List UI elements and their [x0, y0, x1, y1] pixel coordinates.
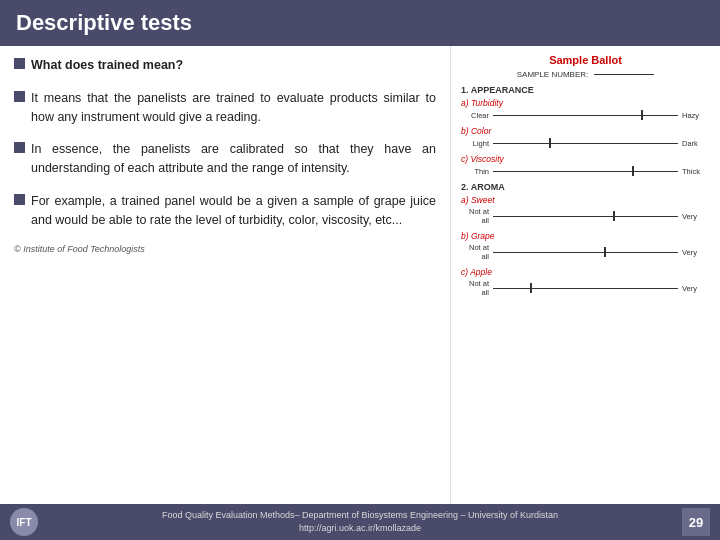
sweet-left: Not at all [461, 207, 489, 225]
color-label: b) Color [461, 126, 710, 136]
bullet-block-1: What does trained mean? [14, 56, 436, 75]
viscosity-row: c) Viscosity Thin Thick [461, 154, 710, 176]
page-wrapper: Descriptive tests What does trained mean… [0, 0, 720, 540]
footer-page: 29 [682, 508, 710, 536]
color-alpha: b) [461, 126, 471, 136]
turbidity-left: Clear [461, 111, 489, 120]
sweet-bar-line [493, 216, 678, 217]
appearance-number: 1. [461, 85, 469, 95]
apple-left: Not at all [461, 279, 489, 297]
page-title: Descriptive tests [16, 10, 192, 35]
turbidity-alpha: a) [461, 98, 471, 108]
viscosity-bar [493, 166, 678, 176]
bullet-icon-1 [14, 58, 25, 69]
footer-line1: Food Quality Evaluation Methods– Departm… [48, 509, 672, 522]
footer-logo: IFT [10, 508, 38, 536]
bullet-text-4: For example, a trained panel would be a … [31, 192, 436, 230]
sweet-label: a) Sweet [461, 195, 710, 205]
aroma-label: AROMA [471, 182, 505, 192]
bullet-icon-3 [14, 142, 25, 153]
viscosity-marker [632, 166, 634, 176]
appearance-label: APPEARANCE [471, 85, 534, 95]
bullet-block-3: In essence, the panelists are calibrated… [14, 140, 436, 178]
bullet-text-2: It means that the panelists are trained … [31, 89, 436, 127]
bullet-icon-2 [14, 91, 25, 102]
ballot-title: Sample Ballot [461, 54, 710, 66]
grape-alpha: b) [461, 231, 471, 241]
viscosity-scale: Thin Thick [461, 166, 710, 176]
bullet-block-2: It means that the panelists are trained … [14, 89, 436, 127]
color-marker [549, 138, 551, 148]
sample-label: SAMPLE NUMBER: [517, 70, 589, 79]
grape-bar [493, 247, 678, 257]
color-right: Dark [682, 139, 710, 148]
sweet-alpha: a) [461, 195, 471, 205]
main-content: What does trained mean? It means that th… [0, 46, 720, 504]
apple-alpha: c) [461, 267, 470, 277]
color-scale: Light Dark [461, 138, 710, 148]
apple-bar [493, 283, 678, 293]
viscosity-right: Thick [682, 167, 710, 176]
ballot-sample-row: SAMPLE NUMBER: [461, 70, 710, 79]
footer-text: Food Quality Evaluation Methods– Departm… [48, 509, 672, 534]
sweet-bar [493, 211, 678, 221]
apple-row: c) Apple Not at all Very [461, 267, 710, 297]
text-panel: What does trained mean? It means that th… [0, 46, 450, 504]
bullet-text-1: What does trained mean? [31, 56, 436, 75]
page-header: Descriptive tests [0, 0, 720, 46]
viscosity-left: Thin [461, 167, 489, 176]
viscosity-label: c) Viscosity [461, 154, 710, 164]
bullet1-question: What does trained mean? [31, 58, 183, 72]
grape-bar-line [493, 252, 678, 253]
color-left: Light [461, 139, 489, 148]
apple-right: Very [682, 284, 710, 293]
aroma-header: 2. AROMA [461, 182, 710, 192]
viscosity-bar-line [493, 171, 678, 172]
grape-label: b) Grape [461, 231, 710, 241]
apple-label: c) Apple [461, 267, 710, 277]
aroma-section: 2. AROMA a) Sweet Not at all Very [461, 182, 710, 297]
turbidity-label: a) Turbidity [461, 98, 710, 108]
grape-row: b) Grape Not at all Very [461, 231, 710, 261]
bullet-icon-4 [14, 194, 25, 205]
color-bar [493, 138, 678, 148]
color-row: b) Color Light Dark [461, 126, 710, 148]
apple-marker [530, 283, 532, 293]
bullet-block-4: For example, a trained panel would be a … [14, 192, 436, 230]
sample-line [594, 74, 654, 75]
sweet-row: a) Sweet Not at all Very [461, 195, 710, 225]
turbidity-row: a) Turbidity Clear Hazy [461, 98, 710, 120]
turbidity-marker [641, 110, 643, 120]
bullet-text-3: In essence, the panelists are calibrated… [31, 140, 436, 178]
sweet-right: Very [682, 212, 710, 221]
turbidity-bar [493, 110, 678, 120]
grape-left: Not at all [461, 243, 489, 261]
turbidity-right: Hazy [682, 111, 710, 120]
footer-line2: http://agri.uok.ac.ir/kmollazade [48, 522, 672, 535]
institute-label: © Institute of Food Technologists [14, 243, 436, 257]
grape-right: Very [682, 248, 710, 257]
appearance-section: 1. APPEARANCE a) Turbidity Clear Hazy [461, 85, 710, 176]
apple-scale: Not at all Very [461, 279, 710, 297]
grape-scale: Not at all Very [461, 243, 710, 261]
color-bar-line [493, 143, 678, 144]
grape-marker [604, 247, 606, 257]
sweet-scale: Not at all Very [461, 207, 710, 225]
appearance-header: 1. APPEARANCE [461, 85, 710, 95]
aroma-number: 2. [461, 182, 469, 192]
turbidity-scale: Clear Hazy [461, 110, 710, 120]
ballot-panel: Sample Ballot SAMPLE NUMBER: 1. APPEARAN… [450, 46, 720, 504]
footer: IFT Food Quality Evaluation Methods– Dep… [0, 504, 720, 540]
sweet-marker [613, 211, 615, 221]
turbidity-bar-line [493, 115, 678, 116]
apple-bar-line [493, 288, 678, 289]
